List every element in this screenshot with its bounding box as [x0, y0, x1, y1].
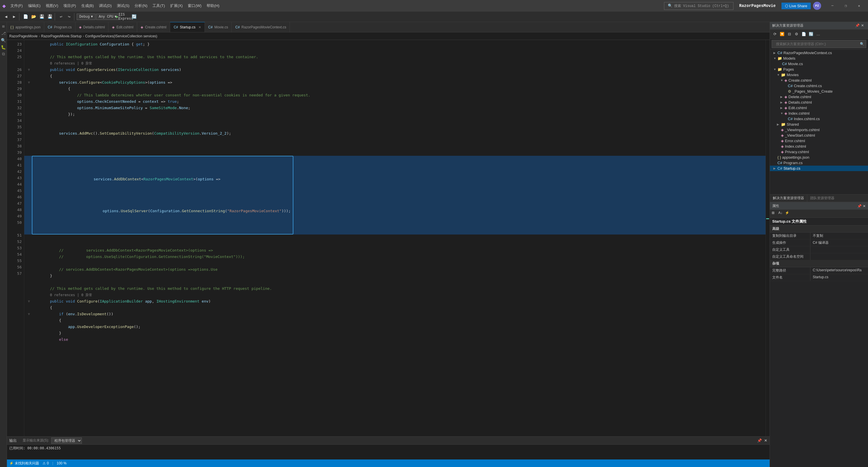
se-show-files-button[interactable]: 📄 — [801, 31, 807, 37]
output-close-button[interactable]: ✕ — [764, 438, 767, 443]
prop-sort-alpha[interactable]: A↓ — [778, 211, 784, 216]
tree-program[interactable]: C# Program.cs — [770, 160, 868, 166]
prop-custom-events[interactable]: ⚡ — [785, 211, 791, 216]
prop-pin-button[interactable]: 📌 — [857, 204, 862, 208]
tab-appsettings[interactable]: { } appsettings.json — [7, 22, 44, 32]
save-all-button[interactable]: 💾 — [46, 13, 54, 21]
tree-index-cshtml-movies[interactable]: ▼ ◈ Index.cshtml — [770, 111, 868, 116]
activity-debug[interactable]: 🐛 — [0, 44, 7, 50]
new-file-button[interactable]: 📄 — [22, 13, 29, 21]
back-button[interactable]: ◀ — [2, 13, 10, 21]
breadcrumb-class[interactable]: RazorPagesMovie.Startup — [41, 34, 82, 38]
tree-error[interactable]: ◈ Error.cshtml — [770, 138, 868, 144]
tree-shared-folder[interactable]: ▶ 📁 Shared — [770, 122, 868, 127]
tree-viewimports[interactable]: ◈ _ViewImports.cshtml — [770, 127, 868, 133]
tree-pages-folder[interactable]: ▼ 📁 Pages — [770, 66, 868, 72]
code-content[interactable]: public IConfiguration Configuration { ge… — [24, 40, 766, 436]
tree-details-cshtml[interactable]: ▶ ◈ Details.cshtml — [770, 99, 868, 105]
restore-button[interactable]: ❐ — [839, 0, 852, 11]
run-button[interactable]: ▶ IIS Express ▼ — [122, 13, 129, 21]
tree-movie-cs[interactable]: C# Movie.cs — [770, 61, 868, 66]
tab-edit[interactable]: ◈ Edit.cshtml — [108, 22, 137, 32]
breadcrumb-project[interactable]: RazorPagesMovie — [9, 34, 38, 38]
save-button[interactable]: 💾 — [38, 13, 45, 21]
status-zoom[interactable]: 100 % — [57, 461, 66, 465]
prop-sort-category[interactable]: ⊞ — [772, 211, 777, 216]
menu-edit[interactable]: 编辑(E) — [26, 2, 43, 9]
menu-window[interactable]: 窗口(W) — [185, 2, 204, 9]
minimize-button[interactable]: — — [826, 0, 839, 11]
tree-models-folder[interactable]: ▼ 📁 Models — [770, 56, 868, 61]
cpu-dropdown[interactable]: Any CPU ▼ — [96, 13, 119, 20]
debug-dropdown[interactable]: Debug ▼ — [77, 13, 95, 20]
menu-help[interactable]: 帮助(H) — [204, 2, 222, 9]
refresh-button[interactable]: 🔄 — [130, 13, 138, 21]
code-line-45: // options.UseSqlite(Configuration.GetCo… — [24, 254, 766, 260]
tree-create-cshtml[interactable]: ▼ ◈ Create.cshtml — [770, 78, 868, 83]
global-search-box[interactable]: 🔍 搜索 Visual Studio (Ctrl+Q) — [664, 2, 734, 10]
status-warning[interactable]: ⚠ 0 — [42, 461, 49, 465]
redo-button[interactable]: ↪ — [65, 13, 73, 21]
output-pin-button[interactable]: 📌 — [757, 438, 762, 443]
se-more-button[interactable]: … — [815, 31, 822, 37]
prop-value-filename[interactable]: Startup.cs — [810, 274, 868, 281]
menu-test[interactable]: 测试(S) — [115, 2, 132, 9]
prop-value-fullpath[interactable]: C:\Users\peter\source\repos\Ra — [810, 267, 868, 274]
tab-details[interactable]: ◈ Details.cshtml — [75, 22, 109, 32]
tree-edit-cshtml[interactable]: ▶ ◈ Edit.cshtml — [770, 105, 868, 111]
menu-tools[interactable]: 工具(T) — [150, 2, 167, 9]
activity-extensions[interactable]: ⧉ — [0, 51, 7, 57]
tab-movie[interactable]: C# Movie.cs — [205, 22, 232, 32]
tree-create-cs[interactable]: C# Create.cshtml.cs — [770, 83, 868, 89]
se-tab-solution[interactable]: 解决方案资源管理器 — [770, 195, 807, 202]
breadcrumb-method[interactable]: ConfigureServices(IServiceCollection ser… — [85, 34, 157, 38]
tab-create[interactable]: ◈ Create.cshtml — [137, 22, 170, 32]
menu-debug[interactable]: 调试(D) — [97, 2, 114, 9]
se-tab-team[interactable]: 团队资源管理器 — [807, 195, 837, 202]
se-sync-button[interactable]: ⟳ — [772, 31, 778, 37]
tree-delete-cshtml[interactable]: ▶ ◈ Delete.cshtml — [770, 94, 868, 99]
tree-pages-movies-create[interactable]: ⚙ _Pages_Movies_Create — [770, 89, 868, 94]
open-file-button[interactable]: 📂 — [30, 13, 37, 21]
se-search-input[interactable] — [774, 41, 860, 47]
output-source-select[interactable]: 程序包管理器 — [51, 437, 82, 444]
status-branch[interactable]: ⚡ 未找到相关问题 — [9, 461, 39, 466]
tree-startup[interactable]: ▶ C# Startup.cs — [770, 166, 868, 171]
se-collapse-button[interactable]: ⊟ — [786, 31, 793, 37]
se-properties-button[interactable]: ⚙ — [793, 31, 800, 37]
se-filter-button[interactable]: 🔽 — [779, 31, 785, 37]
prop-value-build[interactable]: C# 编译器 — [810, 239, 868, 246]
tree-appsettings[interactable]: { } appsettings.json — [770, 155, 868, 160]
menu-build[interactable]: 生成(B) — [79, 2, 96, 9]
activity-git[interactable]: ⎇ — [0, 30, 7, 36]
tree-privacy[interactable]: ◈ Privacy.cshtml — [770, 149, 868, 155]
close-button[interactable]: ✕ — [852, 0, 866, 11]
tab-close-startup[interactable]: ✕ — [198, 26, 201, 29]
tree-viewstart[interactable]: ◈ _ViewStart.cshtml — [770, 133, 868, 138]
tab-startup[interactable]: C# Startup.cs ✕ — [170, 22, 205, 32]
activity-search[interactable]: 🔍 — [0, 37, 7, 43]
menu-extensions[interactable]: 扩展(X) — [168, 2, 185, 9]
prop-close-button[interactable]: ✕ — [863, 204, 866, 208]
tab-program[interactable]: C# Program.cs — [44, 22, 75, 32]
se-close-button[interactable]: ✕ — [861, 24, 866, 28]
tree-index-cs-movies[interactable]: C# Index.cshtml.cs — [770, 116, 868, 122]
menu-file[interactable]: 文件(F) — [8, 2, 25, 9]
forward-button[interactable]: ▶ — [10, 13, 18, 21]
menu-analyze[interactable]: 分析(N) — [132, 2, 150, 9]
se-pin-button[interactable]: 📌 — [855, 24, 860, 28]
menu-view[interactable]: 视图(V) — [43, 2, 60, 9]
se-refresh-button[interactable]: 🔄 — [808, 31, 814, 37]
user-avatar[interactable]: PZ — [813, 2, 821, 10]
tree-index-cshtml[interactable]: ◈ Index.cshtml — [770, 144, 868, 149]
tree-context-cs[interactable]: ▶ C# RazorPagesMovieContext.cs — [770, 50, 868, 56]
tab-context[interactable]: C# RazorPagesMovieContext.cs — [232, 22, 290, 32]
live-share-button[interactable]: ⬡ Live Share — [781, 3, 811, 9]
tree-movies-folder[interactable]: ▼ 📁 Movies — [770, 72, 868, 78]
prop-value-custom-namespace[interactable] — [810, 253, 868, 260]
activity-solution-explorer[interactable]: ⊞ — [0, 23, 7, 30]
prop-value-copy[interactable]: 不复制 — [810, 232, 868, 239]
undo-button[interactable]: ↩ — [57, 13, 65, 21]
menu-project[interactable]: 项目(P) — [61, 2, 78, 9]
prop-value-custom-tool[interactable] — [810, 246, 868, 253]
